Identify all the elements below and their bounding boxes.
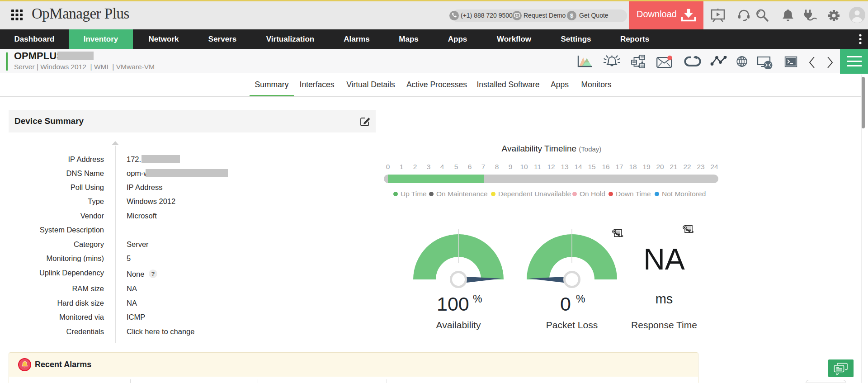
svg-text:$: $ <box>570 12 574 19</box>
